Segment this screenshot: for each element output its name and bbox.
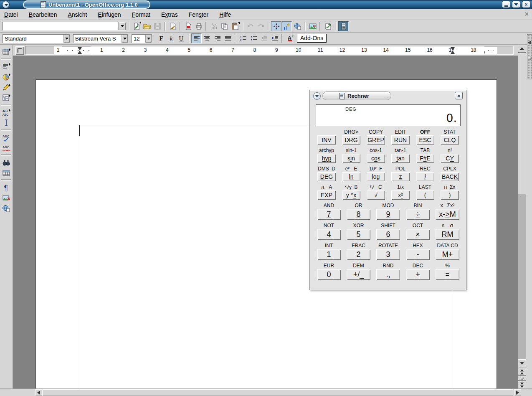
calculator-key[interactable]: DEG (317, 172, 336, 181)
calculator-key[interactable]: log (367, 172, 385, 181)
copy-button[interactable] (219, 21, 230, 31)
style-dropdown-arrow-icon[interactable] (63, 35, 70, 43)
right-indent-marker-bottom-icon[interactable] (451, 51, 455, 54)
calculator-key[interactable]: 1 (317, 249, 341, 260)
calculator-key[interactable]: hyp (317, 154, 336, 163)
shade-button[interactable] (512, 1, 520, 8)
window-menu-button[interactable] (2, 1, 10, 8)
align-right-button[interactable] (212, 33, 223, 43)
direct-cursor-button[interactable] (1, 117, 12, 128)
graphics-toggle-button[interactable] (1, 193, 12, 203)
tab-selector-button[interactable] (15, 46, 24, 55)
calculator-key[interactable]: tan (391, 154, 410, 163)
indent-marker-top-icon[interactable] (78, 47, 82, 51)
bold-button[interactable]: F (156, 34, 166, 43)
horizontal-scrollbar-thumb[interactable] (42, 389, 513, 396)
calculator-key[interactable]: RUN (391, 135, 410, 145)
calculator-key[interactable]: × (406, 229, 430, 240)
calculator-key[interactable]: GREP (367, 135, 385, 145)
menu-item[interactable]: Datei (4, 11, 18, 18)
next-page-button[interactable] (518, 381, 526, 389)
url-combobox[interactable] (3, 22, 126, 30)
horizontal-ruler[interactable]: 1 123456789101112131415161718 (25, 46, 514, 55)
calculator-key[interactable]: cos (367, 154, 385, 163)
font-size-combobox[interactable] (132, 34, 152, 43)
scroll-right-button[interactable] (514, 389, 521, 396)
export-pdf-button[interactable] (183, 21, 193, 31)
paragraph-style-combobox[interactable] (3, 34, 70, 43)
toolbar-scroll-strip[interactable] (527, 34, 532, 79)
online-layout-button[interactable] (1, 203, 12, 213)
menu-item[interactable]: Extras (161, 11, 178, 18)
paste-button[interactable] (230, 21, 240, 31)
calculator-key[interactable]: ESC (416, 135, 434, 145)
font-color-button[interactable]: A (285, 33, 295, 43)
align-left-button[interactable] (191, 33, 202, 43)
calculator-key[interactable]: M+ (436, 249, 459, 260)
calculator-key[interactable]: 7 (317, 209, 341, 220)
close-button[interactable]: × (522, 1, 530, 8)
insert-fields-button[interactable] (1, 61, 12, 71)
underline-button[interactable]: U (176, 34, 186, 43)
increase-indent-button[interactable] (269, 33, 280, 43)
menu-item[interactable]: Fenster (189, 11, 208, 18)
calculator-key[interactable]: = (436, 269, 459, 280)
italic-button[interactable]: k (166, 34, 176, 43)
calculator-key[interactable]: 6 (376, 229, 400, 240)
justify-button[interactable] (223, 33, 233, 43)
calculator-key[interactable]: CY (441, 154, 459, 163)
bullet-list-button[interactable] (248, 33, 259, 43)
window-titlebar[interactable]: Unbenannt1 - OpenOffice.org 1.1.0 × (0, 0, 532, 9)
new-document-button[interactable] (131, 21, 142, 31)
find-replace-button[interactable] (1, 157, 12, 168)
page-flip-button[interactable] (323, 21, 333, 31)
indent-marker-bottom-icon[interactable] (78, 51, 82, 54)
spellcheck-button[interactable]: ABC (1, 132, 12, 142)
navigator-toggle-button[interactable] (271, 21, 281, 31)
horizontal-scrollbar[interactable] (0, 388, 532, 396)
vertical-scrollbar[interactable] (518, 45, 526, 388)
previous-page-button[interactable] (518, 368, 526, 376)
font-name-input[interactable] (73, 35, 122, 43)
url-input[interactable] (3, 22, 118, 30)
calculator-key[interactable]: 5 (347, 229, 370, 240)
minimize-button[interactable] (502, 1, 510, 8)
edit-file-button[interactable] (167, 21, 178, 31)
calculator-key[interactable]: 8 (347, 209, 370, 220)
calculator-key[interactable]: CLQ (441, 135, 459, 145)
url-dropdown-arrow-icon[interactable] (118, 22, 126, 30)
calculator-key[interactable]: √ (367, 190, 385, 200)
align-center-button[interactable] (202, 33, 212, 43)
draw-functions-button[interactable] (1, 82, 12, 92)
font-dropdown-arrow-icon[interactable] (122, 35, 128, 43)
calculator-key[interactable]: - (406, 249, 430, 260)
calculator-key[interactable]: DRG (342, 135, 360, 145)
menu-item[interactable]: Bearbeiten (29, 11, 57, 18)
calculator-key[interactable]: z (391, 172, 410, 181)
close-document-icon[interactable]: × (525, 10, 529, 18)
calculator-key[interactable]: + (406, 269, 430, 280)
calculator-key[interactable]: ( (416, 190, 434, 200)
calculator-key[interactable]: 4 (317, 229, 341, 240)
menu-item[interactable]: Format (132, 11, 150, 18)
insert-table-button[interactable] (1, 46, 12, 57)
calculator-key[interactable]: RM (436, 229, 459, 240)
calculator-key[interactable]: x ² (391, 190, 410, 200)
gallery-button[interactable] (307, 21, 318, 31)
hyperlink-dialog-button[interactable] (292, 21, 302, 31)
calculator-key[interactable]: ÷ (406, 209, 430, 220)
autotext-button[interactable]: ABABC (1, 107, 12, 117)
calculator-key[interactable]: y ^ x (342, 190, 360, 200)
scroll-left-button[interactable] (35, 389, 42, 396)
calculator-key[interactable]: INV (317, 135, 336, 145)
menu-item[interactable]: Hilfe (219, 11, 231, 18)
right-indent-marker-top-icon[interactable] (451, 47, 455, 51)
calculator-key[interactable]: +/_ (347, 269, 370, 280)
navigation-button[interactable] (518, 376, 526, 381)
insert-object-button[interactable] (1, 71, 12, 82)
calculator-key[interactable]: BACK (441, 172, 459, 181)
calculator-addon-button[interactable] (338, 21, 349, 31)
numbered-list-button[interactable]: 12 (238, 33, 248, 43)
calculator-key[interactable]: 9 (376, 209, 400, 220)
menu-item[interactable]: Ansicht (68, 11, 87, 18)
